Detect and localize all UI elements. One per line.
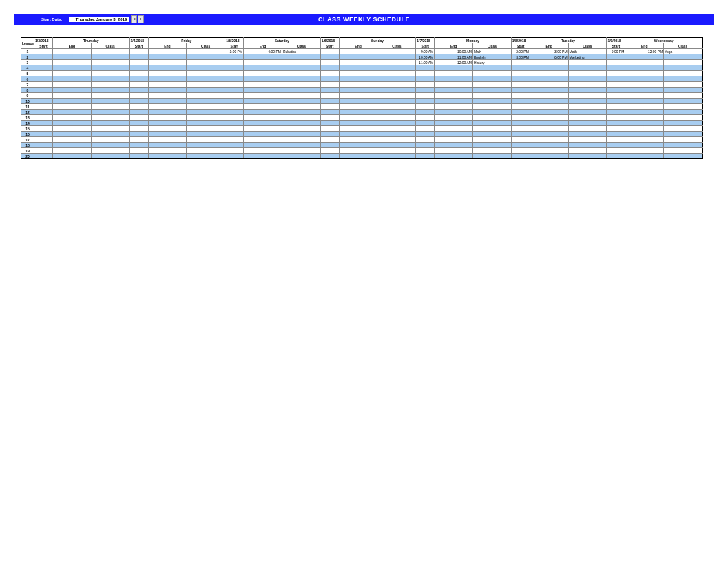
cell-class[interactable]: [377, 88, 416, 93]
cell-start[interactable]: [225, 88, 244, 93]
cell-end[interactable]: [435, 121, 473, 126]
cell-end[interactable]: [435, 143, 473, 148]
cell-class[interactable]: [91, 93, 129, 99]
cell-end[interactable]: [148, 54, 187, 60]
cell-end[interactable]: [53, 54, 92, 60]
cell-class[interactable]: [377, 154, 416, 159]
cell-start[interactable]: [511, 143, 530, 148]
cell-start[interactable]: [416, 104, 435, 110]
cell-class[interactable]: [282, 54, 320, 60]
cell-end[interactable]: [339, 121, 377, 126]
cell-start[interactable]: [225, 121, 244, 126]
cell-start[interactable]: [320, 76, 339, 82]
cell-class[interactable]: [377, 148, 416, 154]
cell-start[interactable]: [416, 137, 435, 143]
cell-start[interactable]: [320, 71, 339, 76]
cell-start[interactable]: [129, 60, 148, 65]
cell-class[interactable]: [187, 126, 225, 132]
cell-end[interactable]: [339, 154, 377, 159]
cell-start[interactable]: [34, 60, 53, 65]
cell-start[interactable]: [607, 93, 625, 99]
cell-end[interactable]: [625, 154, 664, 159]
cell-end[interactable]: [148, 60, 187, 65]
cell-start[interactable]: [129, 110, 148, 115]
cell-start[interactable]: [225, 82, 244, 88]
cell-start[interactable]: [607, 104, 625, 110]
cell-start[interactable]: [129, 88, 148, 93]
cell-end[interactable]: [53, 154, 92, 159]
cell-start[interactable]: [34, 126, 53, 132]
cell-end[interactable]: [530, 148, 568, 154]
cell-end[interactable]: [530, 132, 568, 137]
cell-start[interactable]: [607, 126, 625, 132]
cell-end[interactable]: [53, 60, 92, 65]
cell-class[interactable]: [282, 126, 320, 132]
cell-class[interactable]: [91, 82, 129, 88]
cell-class[interactable]: [568, 126, 607, 132]
cell-start[interactable]: [416, 126, 435, 132]
cell-start[interactable]: [416, 88, 435, 93]
cell-class[interactable]: [664, 82, 703, 88]
cell-class[interactable]: [282, 82, 320, 88]
cell-end[interactable]: [339, 65, 377, 71]
cell-end[interactable]: [244, 54, 282, 60]
cell-end[interactable]: [244, 154, 282, 159]
cell-end[interactable]: [530, 82, 568, 88]
cell-end[interactable]: [339, 126, 377, 132]
cell-start[interactable]: [607, 60, 625, 65]
cell-class[interactable]: [91, 104, 129, 110]
cell-class[interactable]: [282, 71, 320, 76]
cell-start[interactable]: [225, 54, 244, 60]
cell-class[interactable]: [664, 93, 703, 99]
cell-end[interactable]: [530, 71, 568, 76]
cell-end[interactable]: [53, 88, 92, 93]
cell-end[interactable]: [53, 76, 92, 82]
cell-end[interactable]: [435, 126, 473, 132]
cell-start[interactable]: [511, 121, 530, 126]
cell-class[interactable]: [91, 60, 129, 65]
cell-class[interactable]: [187, 76, 225, 82]
cell-start[interactable]: [607, 132, 625, 137]
cell-end[interactable]: [53, 71, 92, 76]
cell-class[interactable]: Math: [473, 49, 512, 54]
cell-class[interactable]: [377, 126, 416, 132]
cell-class[interactable]: [91, 132, 129, 137]
cell-end[interactable]: [53, 143, 92, 148]
cell-class[interactable]: [91, 115, 129, 121]
cell-start[interactable]: [511, 154, 530, 159]
cell-start[interactable]: [416, 143, 435, 148]
cell-class[interactable]: [664, 121, 703, 126]
cell-class[interactable]: [473, 121, 512, 126]
cell-class[interactable]: [282, 88, 320, 93]
cell-start[interactable]: 1:00 PM: [225, 49, 244, 54]
cell-start[interactable]: [416, 121, 435, 126]
cell-start[interactable]: [320, 143, 339, 148]
cell-start[interactable]: [225, 132, 244, 137]
cell-start[interactable]: [511, 137, 530, 143]
cell-class[interactable]: [473, 110, 512, 115]
cell-start[interactable]: [34, 143, 53, 148]
cell-class[interactable]: [473, 65, 512, 71]
cell-end[interactable]: [530, 115, 568, 121]
cell-end[interactable]: [244, 71, 282, 76]
cell-end[interactable]: [244, 99, 282, 104]
cell-start[interactable]: [34, 93, 53, 99]
cell-class[interactable]: [282, 65, 320, 71]
cell-start[interactable]: [607, 115, 625, 121]
cell-class[interactable]: [664, 71, 703, 76]
cell-class[interactable]: Robotics: [282, 49, 320, 54]
cell-start[interactable]: [129, 71, 148, 76]
cell-end[interactable]: [530, 154, 568, 159]
cell-class[interactable]: [377, 115, 416, 121]
cell-end[interactable]: [339, 115, 377, 121]
cell-class[interactable]: [568, 143, 607, 148]
cell-class[interactable]: [377, 65, 416, 71]
cell-class[interactable]: [91, 126, 129, 132]
cell-end[interactable]: [339, 60, 377, 65]
cell-class[interactable]: [187, 143, 225, 148]
cell-end[interactable]: [148, 82, 187, 88]
cell-class[interactable]: [664, 132, 703, 137]
cell-class[interactable]: [282, 115, 320, 121]
cell-class[interactable]: History: [473, 60, 512, 65]
cell-class[interactable]: [377, 132, 416, 137]
